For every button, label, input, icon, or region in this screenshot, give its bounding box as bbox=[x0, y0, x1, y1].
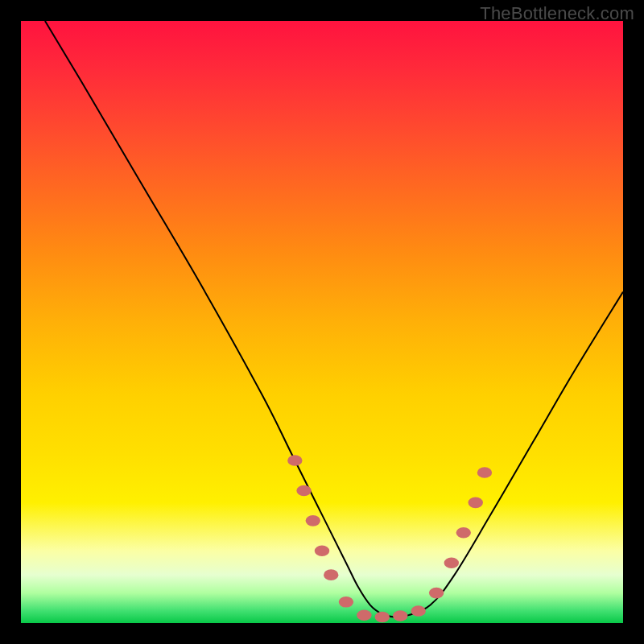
marker-dot bbox=[306, 515, 320, 526]
chart-stage: TheBottleneck.com bbox=[0, 0, 644, 644]
marker-dot bbox=[296, 485, 311, 497]
marker-dot bbox=[429, 588, 444, 599]
marker-dot bbox=[375, 612, 390, 623]
marker-dot bbox=[469, 497, 483, 509]
watermark-text: TheBottleneck.com bbox=[480, 3, 634, 24]
marker-dot bbox=[444, 557, 459, 568]
marker-dot bbox=[411, 605, 425, 617]
marker-dot bbox=[393, 610, 407, 621]
marker-dot bbox=[456, 527, 471, 539]
marker-dot bbox=[287, 455, 302, 466]
chart-overlay bbox=[21, 21, 623, 623]
bottleneck-curve bbox=[45, 21, 623, 617]
marker-dot bbox=[315, 545, 329, 556]
marker-dot bbox=[339, 597, 353, 608]
marker-dot bbox=[477, 467, 492, 478]
highlight-markers bbox=[287, 455, 492, 622]
marker-dot bbox=[324, 569, 338, 580]
marker-dot bbox=[357, 609, 371, 621]
